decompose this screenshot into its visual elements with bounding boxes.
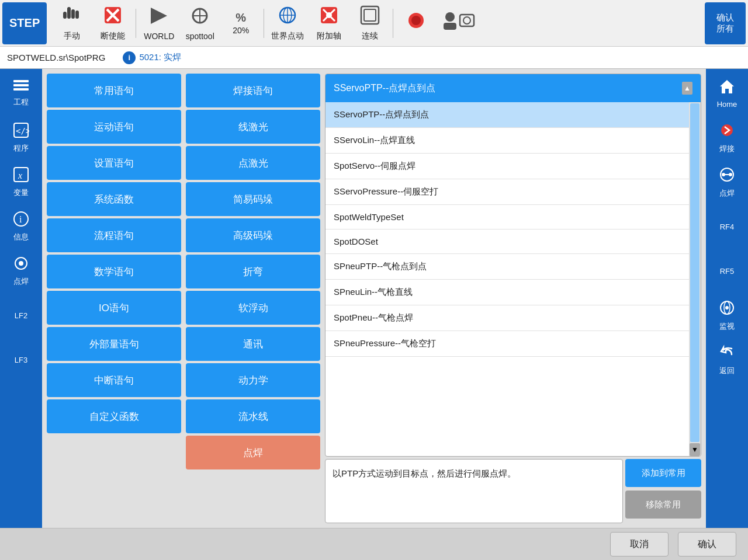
cat-math[interactable]: 数学语句 <box>47 255 181 288</box>
svg-point-37 <box>19 261 23 266</box>
scrollbar[interactable]: ▼ <box>689 102 701 456</box>
rf5-label: RF5 <box>720 267 735 276</box>
home-label: Home <box>717 100 737 109</box>
svg-rect-3 <box>63 12 67 19</box>
cat-motion[interactable]: 运动语句 <box>47 110 181 144</box>
svg-point-42 <box>729 173 732 176</box>
confirm-btn[interactable]: 确认 <box>678 532 736 556</box>
top-toolbar: STEP 手动 断使能 W <box>0 0 748 47</box>
list-item-4[interactable]: SpotWeldTypeSet <box>325 205 689 229</box>
subcat-spot-weld[interactable]: 点焊 <box>186 436 320 469</box>
subcat-simple-block[interactable]: 简易码垛 <box>186 182 320 216</box>
world-point-btn[interactable]: 世界点动 <box>266 2 309 44</box>
spottool-label: spottool <box>186 32 214 41</box>
monitor-icon <box>719 300 735 320</box>
svg-rect-24 <box>444 23 456 30</box>
sidebar-item-return[interactable]: 返回 <box>707 339 747 381</box>
world-btn[interactable]: WORLD <box>138 2 179 44</box>
sidebar-item-rf5[interactable]: RF5 <box>707 250 747 292</box>
list-items: SServoPTP--点焊点到点 SServoLin--点焊直线 SpotSer… <box>325 102 689 456</box>
cat-common[interactable]: 常用语句 <box>47 74 181 107</box>
cat-external[interactable]: 外部量语句 <box>47 327 181 361</box>
list-item-1[interactable]: SServoLin--点焊直线 <box>325 128 689 154</box>
svg-rect-2 <box>75 11 79 19</box>
subcat-comm[interactable]: 通讯 <box>186 327 320 361</box>
manual-label: 手动 <box>64 31 80 41</box>
zoom-icon: % <box>236 11 246 25</box>
subcat-advanced-block[interactable]: 高级码垛 <box>186 218 320 252</box>
continuous-btn[interactable]: 连续 <box>349 2 390 44</box>
cat-custom[interactable]: 自定义函数 <box>47 399 181 433</box>
sidebar-item-lf3[interactable]: LF3 <box>2 339 40 381</box>
divider-3 <box>393 9 393 38</box>
attach-axis-icon <box>318 5 340 30</box>
list-item-0[interactable]: SServoPTP--点焊点到点 <box>325 102 689 128</box>
variable-icon: x <box>13 166 29 186</box>
sidebar-item-spot[interactable]: 点焊 <box>707 161 747 203</box>
left-sidebar: 工程 </> 程序 x 变量 <box>0 69 42 528</box>
home-icon <box>719 78 735 99</box>
subcat-soft-float[interactable]: 软浮动 <box>186 291 320 325</box>
subcat-line-laser[interactable]: 线激光 <box>186 110 320 144</box>
svg-point-23 <box>445 12 455 22</box>
zoom-btn[interactable]: % 20% <box>220 2 261 44</box>
subcat-bending[interactable]: 折弯 <box>186 255 320 288</box>
sidebar-item-spot-weld[interactable]: 点焊 <box>2 250 40 292</box>
user-cam-btn[interactable] <box>437 2 481 44</box>
sidebar-item-info[interactable]: i 信息 <box>2 206 40 248</box>
info-icon: i <box>123 51 136 64</box>
world-label: WORLD <box>144 32 174 41</box>
confirm-all-btn[interactable]: 确认所有 <box>705 2 746 44</box>
sidebar-item-variable[interactable]: x 变量 <box>2 161 40 203</box>
record-btn[interactable] <box>396 2 437 44</box>
manual-btn[interactable]: 手动 <box>51 2 92 44</box>
scroll-up-arrow[interactable]: ▲ <box>682 82 692 95</box>
add-to-common-btn[interactable]: 添加到常用 <box>625 459 701 487</box>
program-label: 程序 <box>13 143 29 154</box>
sidebar-item-engineering[interactable]: 工程 <box>2 72 40 114</box>
desc-action-row: 以PTP方式运动到目标点，然后进行伺服点焊。 添加到常用 移除常用 <box>325 459 701 523</box>
info-text: 5021: 实焊 <box>139 52 181 63</box>
description-box: 以PTP方式运动到目标点，然后进行伺服点焊。 <box>325 459 623 523</box>
subcat-dot-laser[interactable]: 点激光 <box>186 146 320 180</box>
action-buttons: 添加到常用 移除常用 <box>625 459 701 523</box>
list-panel: SServoPTP--点焊点到点 ▲ SServoPTP--点焊点到点 SSer… <box>325 74 701 457</box>
list-item-5[interactable]: SpotDOSet <box>325 229 689 254</box>
subcat-weld-sentence[interactable]: 焊接语句 <box>186 74 320 107</box>
list-item-6[interactable]: SPneuPTP--气枪点到点 <box>325 254 689 280</box>
main-layout: 工程 </> 程序 x 变量 <box>0 69 748 528</box>
info-label: 信息 <box>13 232 29 242</box>
spottool-btn[interactable]: spottool <box>179 2 220 44</box>
list-item-7[interactable]: SPneuLin--气枪直线 <box>325 280 689 305</box>
sidebar-item-weld[interactable]: 焊接 <box>707 117 747 159</box>
cat-set[interactable]: 设置语句 <box>47 146 181 180</box>
svg-point-46 <box>725 306 729 309</box>
sidebar-item-monitor[interactable]: 监视 <box>707 294 747 336</box>
subcat-dynamics[interactable]: 动力学 <box>186 363 320 397</box>
disable-btn[interactable]: 断使能 <box>92 2 133 44</box>
cancel-btn[interactable]: 取消 <box>610 532 669 556</box>
sidebar-item-lf2[interactable]: LF2 <box>2 294 40 336</box>
sidebar-item-home[interactable]: Home <box>707 72 747 114</box>
subcat-pipeline[interactable]: 流水线 <box>186 399 320 433</box>
list-item-2[interactable]: SpotServo--伺服点焊 <box>325 154 689 179</box>
cat-flow[interactable]: 流程语句 <box>47 218 181 252</box>
cat-io[interactable]: IO语句 <box>47 291 181 325</box>
list-item-8[interactable]: SpotPneu--气枪点焊 <box>325 305 689 331</box>
list-item-3[interactable]: SServoPressure--伺服空打 <box>325 179 689 205</box>
cat-sysfunc[interactable]: 系统函数 <box>47 182 181 216</box>
sidebar-item-rf4[interactable]: RF4 <box>707 206 747 248</box>
scroll-down-arrow[interactable]: ▼ <box>690 443 700 456</box>
svg-rect-29 <box>13 88 29 91</box>
continuous-label: 连续 <box>362 31 378 41</box>
svg-rect-28 <box>13 84 29 86</box>
svg-text:</>: </> <box>16 126 29 135</box>
remove-common-btn[interactable]: 移除常用 <box>625 491 701 519</box>
spot-icon <box>719 166 735 187</box>
sidebar-item-program[interactable]: </> 程序 <box>2 117 40 159</box>
list-item-9[interactable]: SPneuPressure--气枪空打 <box>325 331 689 357</box>
attach-axis-btn[interactable]: 附加轴 <box>309 2 349 44</box>
cat-interrupt[interactable]: 中断语句 <box>47 363 181 397</box>
breadcrumb-info: i 5021: 实焊 <box>123 51 181 64</box>
return-icon <box>719 344 735 364</box>
